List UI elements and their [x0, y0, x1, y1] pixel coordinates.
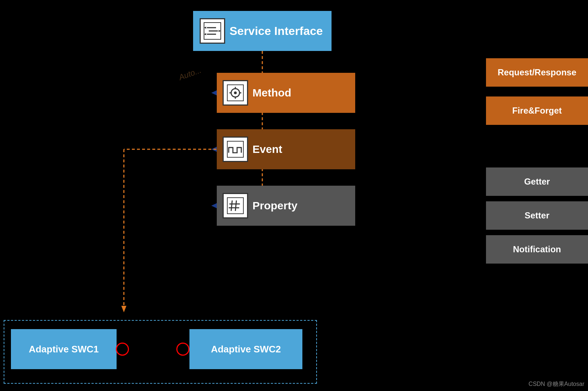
adaptive-swc2-label: Adaptive SWC2	[211, 344, 281, 355]
getter-box: Getter	[486, 167, 588, 196]
method-node: Method	[217, 73, 355, 113]
event-icon-box	[223, 137, 248, 162]
event-label: Event	[252, 143, 282, 155]
property-label: Property	[252, 200, 297, 212]
setter-label: Setter	[525, 210, 549, 221]
getter-label: Getter	[524, 177, 550, 187]
svg-point-19	[234, 91, 237, 94]
adaptive-swc1-label: Adaptive SWC1	[29, 344, 99, 355]
setter-box: Setter	[486, 201, 588, 230]
method-icon	[227, 84, 244, 102]
event-node: Event	[217, 129, 355, 169]
svg-marker-6	[211, 203, 217, 208]
method-icon-box	[223, 80, 248, 106]
request-response-box: Request/Response	[486, 58, 588, 87]
autosar-watermark: Auto...	[177, 66, 203, 82]
svg-marker-2	[211, 90, 217, 95]
event-icon	[227, 141, 244, 158]
svg-marker-9	[121, 306, 126, 312]
notification-box: Notification	[486, 235, 588, 264]
svg-marker-4	[211, 147, 217, 152]
property-node: Property	[217, 186, 355, 226]
interface-icon-box	[200, 18, 225, 44]
lollipop-circle-swc1	[116, 343, 129, 356]
interface-icon	[203, 22, 222, 40]
adaptive-swc1-node: Adaptive SWC1	[11, 329, 117, 369]
request-response-label: Request/Response	[498, 67, 576, 78]
lollipop-circle-swc2	[176, 343, 189, 356]
service-interface-label: Service Interface	[230, 24, 323, 38]
property-icon	[227, 197, 244, 214]
notification-label: Notification	[513, 244, 561, 254]
service-interface-node: Service Interface	[193, 11, 332, 51]
fire-forget-box: Fire&Forget	[486, 96, 588, 125]
adaptive-swc2-node: Adaptive SWC2	[189, 329, 302, 369]
watermark: CSDN @糖果Autosar	[529, 380, 584, 388]
property-icon-box	[223, 193, 248, 218]
fire-forget-label: Fire&Forget	[512, 106, 562, 116]
method-label: Method	[252, 87, 291, 99]
